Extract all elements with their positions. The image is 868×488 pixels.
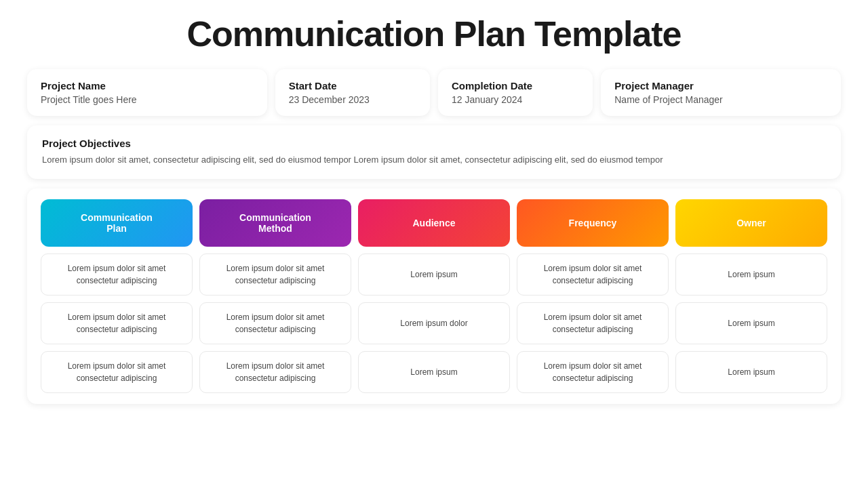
communication-table: CommunicationPlan CommunicationMethod Au… bbox=[27, 188, 841, 404]
header-owner: Owner bbox=[675, 199, 827, 247]
table-row: Lorem ipsum dolor bbox=[358, 302, 510, 344]
start-date-label: Start Date bbox=[289, 80, 416, 92]
project-name-card: Project Name Project Title goes Here bbox=[27, 69, 267, 116]
start-date-card: Start Date 23 December 2023 bbox=[275, 69, 430, 116]
table-row: Lorem ipsum dolor sit amet consectetur a… bbox=[517, 253, 669, 296]
table-row: Lorem ipsum bbox=[675, 253, 827, 296]
project-manager-card: Project Manager Name of Project Manager bbox=[601, 69, 841, 116]
page-title: Communication Plan Template bbox=[186, 14, 681, 54]
project-manager-value: Name of Project Manager bbox=[614, 94, 827, 105]
header-audience: Audience bbox=[358, 199, 510, 247]
completion-date-value: 12 January 2024 bbox=[452, 94, 579, 105]
objectives-card: Project Objectives Lorem ipsum dolor sit… bbox=[27, 125, 841, 179]
table-row: Lorem ipsum bbox=[358, 351, 510, 393]
objectives-label: Project Objectives bbox=[42, 138, 826, 149]
table-row: Lorem ipsum dolor sit amet consectetur a… bbox=[199, 302, 351, 344]
project-name-label: Project Name bbox=[41, 80, 254, 92]
project-name-value: Project Title goes Here bbox=[41, 94, 254, 105]
table-grid: CommunicationPlan CommunicationMethod Au… bbox=[41, 199, 827, 393]
table-row: Lorem ipsum dolor sit amet consectetur a… bbox=[517, 302, 669, 344]
table-row: Lorem ipsum dolor sit amet consectetur a… bbox=[199, 253, 351, 296]
table-row: Lorem ipsum bbox=[675, 302, 827, 344]
table-row: Lorem ipsum dolor sit amet consectetur a… bbox=[517, 351, 669, 393]
header-frequency: Frequency bbox=[517, 199, 669, 247]
table-row: Lorem ipsum dolor sit amet consectetur a… bbox=[41, 253, 193, 296]
header-communication-method: CommunicationMethod bbox=[199, 199, 351, 247]
info-cards-row: Project Name Project Title goes Here Sta… bbox=[27, 69, 841, 116]
table-row: Lorem ipsum bbox=[358, 253, 510, 296]
header-communication-plan: CommunicationPlan bbox=[41, 199, 193, 247]
table-row: Lorem ipsum dolor sit amet consectetur a… bbox=[41, 302, 193, 344]
project-manager-label: Project Manager bbox=[614, 80, 827, 92]
start-date-value: 23 December 2023 bbox=[289, 94, 416, 105]
table-row: Lorem ipsum dolor sit amet consectetur a… bbox=[199, 351, 351, 393]
table-row: Lorem ipsum dolor sit amet consectetur a… bbox=[41, 351, 193, 393]
completion-date-label: Completion Date bbox=[452, 80, 579, 92]
objectives-text: Lorem ipsum dolor sit amet, consectetur … bbox=[42, 153, 826, 167]
completion-date-card: Completion Date 12 January 2024 bbox=[438, 69, 593, 116]
table-row: Lorem ipsum bbox=[675, 351, 827, 393]
